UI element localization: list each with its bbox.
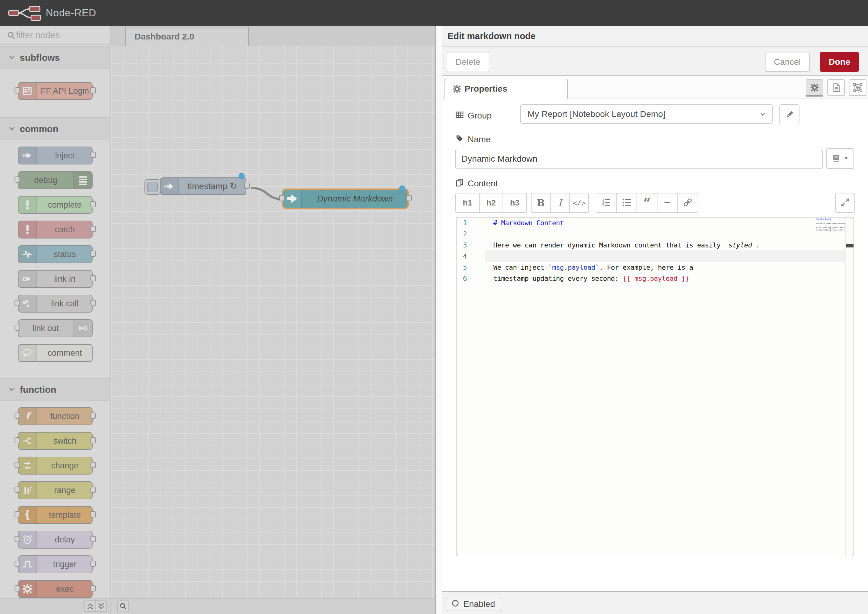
palette-category-function[interactable]: function (0, 378, 110, 401)
palette-node-FF-API-Login[interactable]: FF API Login (18, 82, 93, 100)
palette-node-complete[interactable]: complete (18, 196, 93, 214)
markdown-node-icon (283, 190, 302, 208)
svg-text:{: { (24, 510, 31, 520)
tray-tabbar: Properties (443, 76, 868, 98)
palette-node-debug[interactable]: debug (18, 171, 93, 189)
enabled-toggle-button[interactable]: Enabled (447, 597, 501, 611)
palette-category-common[interactable]: common (0, 117, 110, 140)
tab-appearance-icon-button[interactable] (849, 79, 866, 96)
markdown-input-port[interactable] (279, 195, 284, 201)
flow-node-timestamp-label: timestamp ↻ (179, 178, 246, 194)
palette-node-comment[interactable]: comment (18, 344, 93, 362)
group-select[interactable]: My Report [Notebook Layout Demo] (520, 104, 773, 124)
app-header: Node-RED (0, 0, 868, 26)
md-horizontal-rule-button[interactable] (657, 194, 677, 212)
unordered-list-icon (622, 198, 631, 208)
palette-node-link-call[interactable]: link call (18, 295, 93, 313)
md-link-button[interactable] (677, 194, 697, 212)
input-port (14, 585, 20, 591)
tab-properties[interactable]: Properties (444, 79, 568, 99)
name-input[interactable]: Dynamic Markdown (455, 149, 823, 169)
palette-node-link-out[interactable]: link out (18, 319, 93, 337)
workspace-tabbar: Dashboard 2.0 (110, 26, 436, 46)
output-port (90, 437, 96, 443)
editor-cursor-marker (846, 244, 854, 247)
md-ordered-list-button[interactable]: 123 (596, 194, 616, 212)
output-port (90, 87, 96, 93)
input-port (14, 325, 20, 331)
edit-group-button[interactable] (779, 104, 800, 124)
palette-node-inject[interactable]: inject (18, 147, 93, 164)
input-port (14, 437, 20, 443)
md-unordered-list-button[interactable] (616, 194, 637, 212)
svg-text:3: 3 (602, 203, 604, 207)
content-label-row: Content (455, 177, 498, 190)
markdown-output-port[interactable] (406, 195, 412, 201)
palette-node-status[interactable]: status (18, 245, 93, 263)
wire[interactable] (251, 188, 283, 199)
done-button[interactable]: Done (820, 52, 859, 72)
node-red-app: Node-RED filter nodes subflowsFF API Log… (0, 0, 868, 614)
tab-dashboard[interactable]: Dashboard 2.0 (125, 27, 249, 46)
palette-node-function[interactable]: ffunction (18, 407, 93, 425)
linkin-icon (19, 271, 37, 287)
palette-node-trigger[interactable]: trigger (18, 555, 93, 573)
inject-button[interactable] (144, 179, 161, 195)
palette-node-exec[interactable]: exec (18, 580, 93, 598)
name-options-button[interactable] (826, 148, 854, 169)
flow-node-timestamp[interactable]: timestamp ↻ (160, 177, 246, 195)
tray-resize-handle[interactable] (435, 26, 443, 614)
collapse-all-button[interactable] (84, 600, 95, 612)
name-label-row: Name (455, 133, 491, 146)
delete-button[interactable]: Delete (447, 52, 489, 72)
tray-title: Edit markdown node (447, 26, 536, 46)
palette-node-delay[interactable]: delay (18, 531, 93, 549)
editor-overview-ruler (845, 217, 846, 556)
wire-layer (110, 46, 436, 598)
expand-all-button[interactable] (95, 600, 107, 612)
input-port (14, 300, 20, 306)
md-h2-button[interactable]: h2 (479, 194, 503, 212)
md-toolbar-styles: BI</> (531, 193, 589, 213)
palette-category-subflows[interactable]: subflows (0, 46, 110, 69)
sqwave-icon (19, 556, 37, 573)
palette-node-link-in[interactable]: link in (18, 270, 93, 288)
palette-node-template[interactable]: {template (18, 506, 93, 524)
editor-minimap: # Markdown ContentHere we can render dyn… (816, 218, 845, 231)
md-blockquote-button[interactable]: “ (637, 194, 657, 212)
table-icon (455, 110, 464, 121)
md-h1-button[interactable]: h1 (456, 194, 479, 212)
range-icon (19, 482, 37, 499)
flow-node-markdown-label: Dynamic Markdown (303, 190, 407, 208)
tag-icon (455, 134, 464, 145)
palette-footer (0, 598, 110, 614)
input-port (14, 412, 20, 419)
palette-node-switch[interactable]: switch (18, 432, 93, 450)
md-style-button-2[interactable]: </> (569, 194, 589, 212)
md-style-button-1[interactable]: I (550, 194, 569, 212)
cancel-button[interactable]: Cancel (765, 52, 810, 72)
md-toolbar-headings: h1h2h3 (455, 193, 527, 213)
code-line-6: 6timestamp updating every second: {{ msg… (457, 273, 854, 284)
palette-node-range[interactable]: range (18, 481, 93, 499)
copy-icon (455, 178, 464, 189)
markdown-editor[interactable]: 1# Markdown Content23Here we can render … (456, 217, 854, 556)
timestamp-output-port[interactable] (244, 183, 250, 189)
palette-node-catch[interactable]: catch (18, 220, 93, 239)
md-h3-button[interactable]: h3 (503, 194, 526, 212)
clock-icon (19, 531, 37, 548)
flow-node-dynamic-markdown[interactable]: Dynamic Markdown (282, 189, 409, 209)
input-port (14, 462, 20, 468)
inject-icon (19, 147, 37, 164)
palette-node-change[interactable]: change (18, 457, 93, 474)
input-port (14, 87, 20, 93)
link-icon (683, 198, 693, 208)
md-expand-button[interactable] (836, 194, 854, 212)
tab-description-icon-button[interactable] (827, 79, 845, 96)
input-port (14, 487, 20, 493)
md-style-button-0[interactable]: B (531, 194, 550, 212)
markdown-changed-dot (399, 185, 405, 192)
palette-search[interactable]: filter nodes (0, 26, 110, 45)
canvas-search-button[interactable] (117, 600, 129, 612)
tab-properties-icon-button[interactable] (806, 79, 823, 96)
